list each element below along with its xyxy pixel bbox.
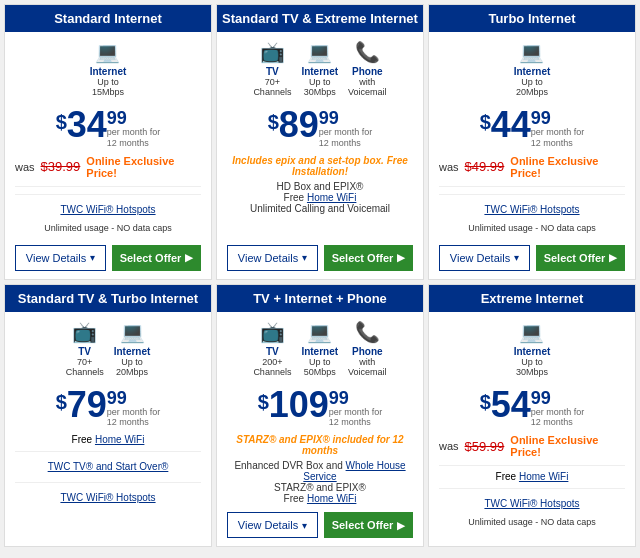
price-whole: 34 [67,107,107,143]
wifi-hotspots-link[interactable]: TWC WiFi® Hotspots [484,498,579,509]
price-whole: 109 [269,387,329,423]
service-label: TV [266,346,279,357]
view-details-label: View Details [238,519,298,531]
tv-icon: 📺 [260,40,285,64]
card-body-extreme-internet: 💻InternetUp to30Mbps$5499per month for12… [429,312,635,547]
select-offer-label: Select Offer [544,252,606,264]
internet-icon: 💻 [120,320,145,344]
extra-link-section: TWC TV® and Start Over® [15,451,201,474]
view-details-button[interactable]: View Details▾ [227,245,318,271]
wifi-hotspots-link[interactable]: TWC WiFi® Hotspots [60,204,155,215]
view-details-label: View Details [238,252,298,264]
service-label: Internet [514,66,551,77]
was-label: was [439,440,459,452]
feature-text: Free [284,192,307,203]
service-icons-row: 💻InternetUp to30Mbps [439,320,625,377]
service-label: TV [266,66,279,77]
chevron-right-icon: ▶ [397,520,405,531]
select-offer-button[interactable]: Select Offer▶ [324,512,413,538]
extra-link[interactable]: TWC WiFi® Hotspots [60,492,155,503]
service-sublabel: Up to50Mbps [304,357,336,377]
view-details-button[interactable]: View Details▾ [439,245,530,271]
price-cents: 99 [107,389,161,407]
chevron-down-icon: ▾ [90,252,95,263]
card-body-standard-internet: 💻InternetUp to15Mbps$3499per month for12… [5,32,211,279]
card-body-standard-tv-turbo-internet: 📺TV70+Channels💻InternetUp to20Mbps$7999p… [5,312,211,547]
select-offer-button[interactable]: Select Offer▶ [324,245,413,271]
service-label: Internet [301,66,338,77]
button-row: View Details▾Select Offer▶ [439,239,625,271]
was-row: was$59.99Online Exclusive Price! [439,434,625,458]
promo-text: Includes epix and a set-top box. Free In… [227,155,413,177]
price-sub-text: per month for12 months [319,127,373,149]
home-wifi-link[interactable]: Home WiFi [95,434,144,445]
price-whole: 79 [67,387,107,423]
card-extreme-internet: Extreme Internet💻InternetUp to30Mbps$549… [428,284,636,548]
wifi-section: TWC WiFi® HotspotsUnlimited usage - NO d… [15,194,201,235]
service-icon-internet: 💻InternetUp to50Mbps [301,320,338,377]
service-label: Phone [352,66,383,77]
was-label: was [439,161,459,173]
view-details-label: View Details [450,252,510,264]
wifi-sub-text: Unlimited usage - NO data caps [468,223,596,233]
price-whole: 54 [491,387,531,423]
price-cents: 99 [329,389,383,407]
card-standard-internet: Standard Internet💻InternetUp to15Mbps$34… [4,4,212,280]
price-sub-text: per month for12 months [107,407,161,429]
view-details-label: View Details [26,252,86,264]
chevron-right-icon: ▶ [609,252,617,263]
price-row: $3499per month for12 months [15,107,201,149]
wifi-hotspots-link[interactable]: TWC WiFi® Hotspots [484,204,579,215]
plans-grid: Standard Internet💻InternetUp to15Mbps$34… [0,0,640,551]
price-cents-block: 99per month for12 months [329,389,383,429]
service-sublabel: Up to20Mbps [516,77,548,97]
feature-link[interactable]: Home WiFi [307,192,356,203]
free-home-wifi: Free Home WiFi [15,434,201,445]
select-offer-label: Select Offer [120,252,182,264]
service-label: Internet [90,66,127,77]
service-icon-tv: 📺TV70+Channels [253,40,291,97]
view-details-button[interactable]: View Details▾ [15,245,106,271]
feature-item: Unlimited Calling and Voicemail [227,203,413,214]
chevron-down-icon: ▾ [302,520,307,531]
select-offer-button[interactable]: Select Offer▶ [112,245,201,271]
chevron-right-icon: ▶ [185,252,193,263]
price-cents-block: 99per month for12 months [531,109,585,149]
price-row: $8999per month for12 months [227,107,413,149]
feature-text: STARZ® and EPIX® [274,482,366,493]
internet-icon: 💻 [307,40,332,64]
select-offer-button[interactable]: Select Offer▶ [536,245,625,271]
home-wifi-link[interactable]: Home WiFi [519,471,568,482]
features-list: Enhanced DVR Box and Whole House Service… [227,460,413,504]
select-offer-label: Select Offer [332,252,394,264]
price-cents: 99 [107,109,161,127]
view-details-button[interactable]: View Details▾ [227,512,318,538]
service-sublabel: withVoicemail [348,357,387,377]
was-row: was$39.99Online Exclusive Price! [15,155,201,179]
was-label: was [15,161,35,173]
internet-icon: 💻 [307,320,332,344]
card-body-tv-internet-phone: 📺TV200+Channels💻InternetUp to50Mbps📞Phon… [217,312,423,547]
feature-link[interactable]: Home WiFi [307,493,356,504]
service-sublabel: Up to15Mbps [92,77,124,97]
price-cents-block: 99per month for12 months [107,389,161,429]
select-offer-label: Select Offer [332,519,394,531]
service-sublabel: withVoicemail [348,77,387,97]
service-icon-internet: 💻InternetUp to30Mbps [301,40,338,97]
service-sublabel: Up to30Mbps [516,357,548,377]
price-dollar-sign: $ [480,111,491,134]
price-row: $5499per month for12 months [439,387,625,429]
extra-link[interactable]: TWC TV® and Start Over® [48,461,169,472]
service-icon-tv: 📺TV200+Channels [253,320,291,377]
card-standard-tv-turbo-internet: Standard TV & Turbo Internet📺TV70+Channe… [4,284,212,548]
card-header-tv-internet-phone: TV + Internet + Phone [217,285,423,312]
service-label: Internet [514,346,551,357]
divider [439,465,625,466]
service-label: Phone [352,346,383,357]
was-price: $39.99 [41,159,81,174]
service-icons-row: 💻InternetUp to15Mbps [15,40,201,97]
price-whole: 89 [279,107,319,143]
service-sublabel: 70+Channels [253,77,291,97]
wifi-sub-text: Unlimited usage - NO data caps [44,223,172,233]
extra-link-section: TWC WiFi® Hotspots [15,482,201,505]
